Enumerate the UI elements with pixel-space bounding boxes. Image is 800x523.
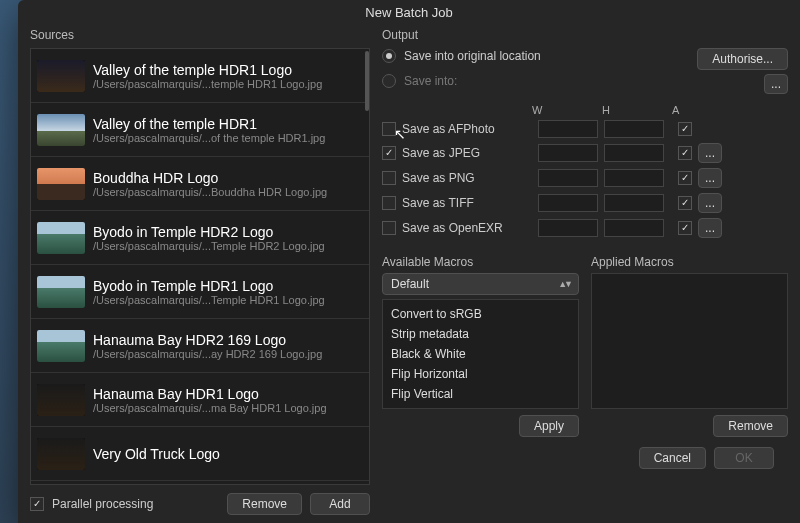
source-path: /Users/pascalmarquis/...ma Bay HDR1 Logo… [93, 402, 327, 414]
macro-item[interactable]: Convert to sRGB [383, 304, 578, 324]
format-row: Save as JPEG... [382, 143, 788, 163]
format-options-button[interactable]: ... [698, 193, 722, 213]
format-checkbox[interactable] [382, 196, 396, 210]
available-macros-label: Available Macros [382, 255, 579, 269]
batch-job-dialog: New Batch Job Sources Valley of the temp… [18, 0, 800, 523]
format-row: Save as AFPhoto↖ [382, 120, 788, 138]
width-input[interactable] [538, 169, 598, 187]
source-item[interactable]: Very Old Truck Logo [31, 427, 369, 481]
source-item[interactable]: Bouddha HDR Logo/Users/pascalmarquis/...… [31, 157, 369, 211]
source-path: /Users/pascalmarquis/...Bouddha HDR Logo… [93, 186, 327, 198]
format-options-button[interactable]: ... [698, 168, 722, 188]
source-title: Byodo in Temple HDR2 Logo [93, 224, 325, 240]
parallel-processing-checkbox[interactable] [30, 497, 44, 511]
save-original-label: Save into original location [404, 49, 541, 63]
source-item[interactable]: Hanauma Bay HDR1 Logo/Users/pascalmarqui… [31, 373, 369, 427]
source-thumbnail [37, 60, 85, 92]
save-into-browse-button[interactable]: ... [764, 74, 788, 94]
height-input[interactable] [604, 144, 664, 162]
macros-category-select[interactable]: Default ▲▼ [382, 273, 579, 295]
format-checkbox[interactable] [382, 171, 396, 185]
format-checkbox[interactable] [382, 221, 396, 235]
applied-macros-label: Applied Macros [591, 255, 788, 269]
aspect-checkbox[interactable] [678, 196, 692, 210]
output-label: Output [382, 28, 788, 42]
height-input[interactable] [604, 120, 664, 138]
height-input[interactable] [604, 194, 664, 212]
updown-icon: ▲▼ [558, 279, 570, 289]
height-input[interactable] [604, 219, 664, 237]
source-thumbnail [37, 114, 85, 146]
source-title: Valley of the temple HDR1 Logo [93, 62, 322, 78]
format-label: Save as TIFF [402, 196, 474, 210]
cancel-button[interactable]: Cancel [639, 447, 706, 469]
available-macros-list[interactable]: Convert to sRGBStrip metadataBlack & Whi… [382, 299, 579, 409]
add-source-button[interactable]: Add [310, 493, 370, 515]
source-path: /Users/pascalmarquis/...of the temple HD… [93, 132, 325, 144]
format-label: Save as JPEG [402, 146, 480, 160]
sources-list[interactable]: Valley of the temple HDR1 Logo/Users/pas… [30, 48, 370, 485]
format-checkbox[interactable] [382, 122, 396, 136]
format-row: Save as PNG... [382, 168, 788, 188]
applied-macros-list[interactable] [591, 273, 788, 409]
macros-category-value: Default [391, 277, 429, 291]
save-into-radio[interactable] [382, 74, 396, 88]
source-title: Byodo in Temple HDR1 Logo [93, 278, 325, 294]
source-title: Hanauma Bay HDR1 Logo [93, 386, 327, 402]
remove-macro-button[interactable]: Remove [713, 415, 788, 437]
format-row: Save as OpenEXR... [382, 218, 788, 238]
height-input[interactable] [604, 169, 664, 187]
col-a: A [672, 104, 700, 116]
format-row: Save as TIFF... [382, 193, 788, 213]
format-options-button[interactable]: ... [698, 218, 722, 238]
source-item[interactable]: Hanauma Bay HDR2 169 Logo/Users/pascalma… [31, 319, 369, 373]
source-title: Very Old Truck Logo [93, 446, 220, 462]
save-original-radio[interactable] [382, 49, 396, 63]
col-w: W [532, 104, 602, 116]
macro-item[interactable]: Black & White [383, 344, 578, 364]
width-input[interactable] [538, 219, 598, 237]
format-label: Save as PNG [402, 171, 475, 185]
width-input[interactable] [538, 194, 598, 212]
source-thumbnail [37, 276, 85, 308]
save-into-label: Save into: [404, 74, 457, 88]
source-path: /Users/pascalmarquis/...Temple HDR1 Logo… [93, 294, 325, 306]
macro-item[interactable]: Strip metadata [383, 324, 578, 344]
apply-macro-button[interactable]: Apply [519, 415, 579, 437]
source-item[interactable]: Byodo in Temple HDR1 Logo/Users/pascalma… [31, 265, 369, 319]
aspect-checkbox[interactable] [678, 146, 692, 160]
aspect-checkbox[interactable] [678, 221, 692, 235]
macro-item[interactable]: Flip Vertical [383, 384, 578, 404]
source-item[interactable]: Valley of the temple HDR1 Logo/Users/pas… [31, 49, 369, 103]
authorise-button[interactable]: Authorise... [697, 48, 788, 70]
ok-button[interactable]: OK [714, 447, 774, 469]
col-h: H [602, 104, 672, 116]
remove-source-button[interactable]: Remove [227, 493, 302, 515]
dialog-title: New Batch Job [18, 0, 800, 28]
source-item[interactable]: Valley of the temple HDR1/Users/pascalma… [31, 103, 369, 157]
parallel-processing-label: Parallel processing [52, 497, 153, 511]
source-title: Hanauma Bay HDR2 169 Logo [93, 332, 322, 348]
source-path: /Users/pascalmarquis/...temple HDR1 Logo… [93, 78, 322, 90]
format-options-button[interactable]: ... [698, 143, 722, 163]
format-checkbox[interactable] [382, 146, 396, 160]
source-thumbnail [37, 438, 85, 470]
source-title: Bouddha HDR Logo [93, 170, 327, 186]
source-thumbnail [37, 222, 85, 254]
sources-label: Sources [30, 28, 370, 42]
width-input[interactable] [538, 144, 598, 162]
source-title: Valley of the temple HDR1 [93, 116, 325, 132]
format-label: Save as OpenEXR [402, 221, 503, 235]
aspect-checkbox[interactable] [678, 122, 692, 136]
aspect-checkbox[interactable] [678, 171, 692, 185]
macro-item[interactable]: Flip Horizontal [383, 364, 578, 384]
source-thumbnail [37, 330, 85, 362]
width-input[interactable] [538, 120, 598, 138]
source-item[interactable]: Byodo in Temple HDR2 Logo/Users/pascalma… [31, 211, 369, 265]
format-label: Save as AFPhoto [402, 122, 495, 136]
scrollbar-thumb[interactable] [365, 51, 369, 111]
source-thumbnail [37, 384, 85, 416]
source-path: /Users/pascalmarquis/...ay HDR2 169 Logo… [93, 348, 322, 360]
source-path: /Users/pascalmarquis/...Temple HDR2 Logo… [93, 240, 325, 252]
source-thumbnail [37, 168, 85, 200]
